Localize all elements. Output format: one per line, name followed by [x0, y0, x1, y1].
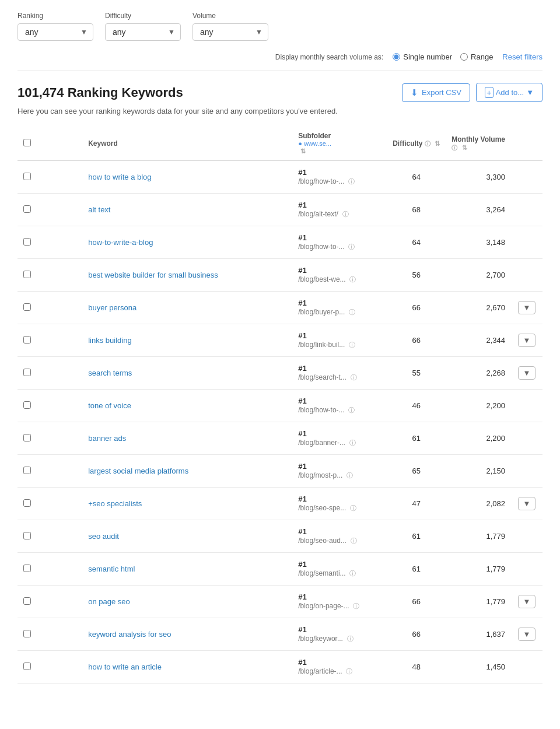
single-number-option[interactable]: Single number — [393, 52, 452, 61]
row-action-button[interactable]: ▼ — [518, 497, 536, 510]
keyword-link[interactable]: how to write a blog — [88, 173, 151, 181]
select-all-checkbox[interactable] — [23, 139, 31, 146]
volume-value: 2,670 — [486, 303, 505, 312]
path-info-icon[interactable]: ⓘ — [348, 178, 355, 185]
keyword-link[interactable]: +seo specialists — [88, 499, 142, 508]
keyword-link[interactable]: links building — [88, 336, 131, 345]
path-info-icon[interactable]: ⓘ — [349, 570, 356, 577]
row-checkbox[interactable] — [23, 597, 31, 605]
path-info-icon[interactable]: ⓘ — [351, 374, 357, 381]
th-subfolder-inner: Subfolder ● www.se... — [298, 132, 381, 147]
keyword-link[interactable]: buyer persona — [88, 303, 136, 312]
path-info-icon[interactable]: ⓘ — [351, 537, 357, 544]
difficulty-value: 55 — [412, 369, 420, 377]
th-monthly-volume[interactable]: Monthly Volume ⓘ ⇅ — [446, 127, 511, 160]
keyword-link[interactable]: how to write an article — [88, 663, 162, 671]
row-keyword-cell: semantic html — [82, 553, 292, 586]
row-checkbox[interactable] — [23, 401, 31, 409]
path-info-icon[interactable]: ⓘ — [349, 341, 355, 348]
keyword-link[interactable]: search terms — [88, 369, 132, 377]
row-checkbox[interactable] — [23, 238, 31, 246]
volume-select[interactable]: any100+500+1000+ — [192, 23, 268, 41]
row-subfolder-cell: #1 /blog/buyer-p... ⓘ — [292, 292, 387, 324]
keyword-link[interactable]: alt text — [88, 205, 110, 214]
row-checkbox[interactable] — [23, 336, 31, 344]
volume-filter-group: Volume any100+500+1000+ ▼ — [192, 12, 268, 41]
path-info-icon[interactable]: ⓘ — [350, 504, 356, 511]
difficulty-value: 47 — [412, 499, 420, 508]
row-checkbox[interactable] — [23, 630, 31, 637]
reset-filters-button[interactable]: Reset filters — [502, 52, 542, 61]
row-keyword-cell: keyword analysis for seo — [82, 618, 292, 651]
row-checkbox[interactable] — [23, 369, 31, 376]
row-action-button[interactable]: ▼ — [518, 366, 536, 380]
volume-value: 2,082 — [486, 499, 505, 508]
row-checkbox[interactable] — [23, 532, 31, 539]
row-checkbox[interactable] — [23, 663, 31, 670]
row-action-button[interactable]: ▼ — [518, 301, 536, 314]
keyword-link[interactable]: largest social media platforms — [88, 467, 188, 475]
keyword-link[interactable]: seo audit — [88, 532, 119, 541]
range-option[interactable]: Range — [460, 52, 493, 61]
export-icon: ⬇ — [411, 87, 418, 98]
path-info-icon[interactable]: ⓘ — [349, 309, 355, 316]
row-checkbox-cell — [18, 553, 82, 586]
path-info-icon[interactable]: ⓘ — [348, 406, 355, 413]
row-action-cell — [511, 422, 542, 455]
table-row: +seo specialists #1 /blog/seo-spe... ⓘ 4… — [18, 488, 542, 520]
single-number-radio[interactable] — [393, 53, 400, 61]
row-action-button[interactable]: ▼ — [518, 595, 536, 608]
row-action-cell — [511, 259, 542, 292]
row-action-button[interactable]: ▼ — [518, 334, 536, 347]
path-info-icon[interactable]: ⓘ — [349, 439, 356, 446]
row-volume-cell: 1,779 — [446, 553, 511, 586]
row-checkbox-cell — [18, 194, 82, 226]
path-info-icon[interactable]: ⓘ — [346, 472, 353, 479]
table-row: links building #1 /blog/link-buil... ⓘ 6… — [18, 324, 542, 357]
th-difficulty[interactable]: Difficulty ⓘ ⇅ — [387, 127, 446, 160]
radio-group: Single number Range — [393, 52, 493, 61]
path-info-icon[interactable]: ⓘ — [353, 602, 359, 609]
path-info-icon[interactable]: ⓘ — [347, 635, 354, 642]
ranking-select[interactable]: any123 456-1011-20 21-5051-100 — [18, 23, 93, 41]
subfolder-path: /blog/banner-... — [298, 439, 345, 447]
range-radio[interactable] — [460, 53, 468, 61]
keyword-link[interactable]: how-to-write-a-blog — [88, 238, 153, 247]
row-checkbox[interactable] — [23, 434, 31, 441]
export-csv-button[interactable]: ⬇ Export CSV — [402, 83, 470, 102]
row-checkbox[interactable] — [23, 499, 31, 507]
subfolder-rank: #1 — [298, 397, 306, 405]
keyword-link[interactable]: semantic html — [88, 565, 135, 573]
difficulty-value: 65 — [412, 467, 420, 475]
row-difficulty-cell: 61 — [387, 422, 446, 455]
difficulty-select[interactable]: any123 — [105, 23, 181, 41]
keyword-link[interactable]: keyword analysis for seo — [88, 630, 171, 639]
row-checkbox[interactable] — [23, 565, 31, 572]
row-checkbox[interactable] — [23, 271, 31, 278]
row-checkbox-cell — [18, 160, 82, 194]
path-info-icon[interactable]: ⓘ — [348, 243, 355, 250]
row-volume-cell: 3,148 — [446, 226, 511, 259]
difficulty-value: 61 — [412, 434, 420, 443]
row-checkbox[interactable] — [23, 467, 31, 474]
row-checkbox[interactable] — [23, 303, 31, 311]
path-info-icon[interactable]: ⓘ — [342, 211, 349, 218]
keyword-link[interactable]: on page seo — [88, 597, 130, 606]
row-checkbox[interactable] — [23, 205, 31, 213]
th-subfolder[interactable]: Subfolder ● www.se... ⇅ — [292, 127, 387, 160]
keyword-link[interactable]: best website builder for small business — [88, 271, 218, 279]
add-to-button[interactable]: + Add to... ▼ — [476, 83, 542, 102]
keyword-link[interactable]: banner ads — [88, 434, 126, 443]
path-info-icon[interactable]: ⓘ — [349, 276, 356, 283]
keyword-link[interactable]: tone of voice — [88, 401, 131, 410]
difficulty-select-wrapper: any123 ▼ — [105, 23, 181, 41]
path-info-icon[interactable]: ⓘ — [346, 668, 352, 675]
row-action-button[interactable]: ▼ — [518, 628, 536, 641]
subfolder-path: /blog/buyer-p... — [298, 308, 345, 316]
subfolder-rank: #1 — [298, 299, 306, 307]
display-group: Display monthly search volume as: Single… — [275, 52, 542, 61]
row-checkbox[interactable] — [23, 173, 31, 180]
keywords-table: Keyword Subfolder ● www.se... ⇅ Difficul… — [18, 127, 542, 684]
row-action-cell: ▼ — [511, 618, 542, 651]
difficulty-value: 64 — [412, 238, 420, 247]
